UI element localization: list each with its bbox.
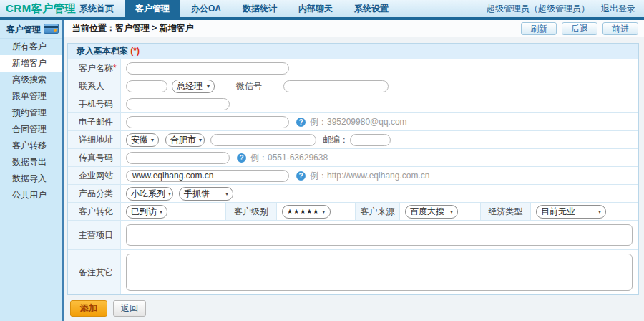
fax-input[interactable] xyxy=(126,152,230,164)
form-row-mobile: 手机号码 xyxy=(68,95,638,113)
nav-item-settings[interactable]: 系统设置 xyxy=(343,0,399,17)
sidebar-item-export[interactable]: 数据导出 xyxy=(0,154,62,171)
form-row-email: 电子邮件 ? 例：395209980@qq.com xyxy=(68,113,638,131)
sidebar-item-public-users[interactable]: 公共用户 xyxy=(0,187,62,203)
form-row-website: 企业网站 ? 例：http://www.eqihang.com.cn xyxy=(68,167,638,185)
breadcrumb: 当前位置：客户管理 > 新增客户 xyxy=(69,22,194,34)
sidebar-title: 客户管理 xyxy=(0,20,62,39)
help-icon: ? xyxy=(237,153,246,163)
province-select[interactable]: 安徽▾ xyxy=(126,133,159,147)
sidebar-item-all-customers[interactable]: 所有客户 xyxy=(0,39,62,55)
chevron-down-icon: ▾ xyxy=(225,191,228,197)
form-section-header: 录入基本档案 (*) xyxy=(68,44,638,59)
forward-button[interactable]: 前进 xyxy=(602,22,638,35)
chevron-down-icon: ▾ xyxy=(160,209,162,215)
help-icon: ? xyxy=(296,118,306,127)
nav-item-home[interactable]: 系统首页 xyxy=(69,0,125,17)
sidebar-item-transfer[interactable]: 客户转移 xyxy=(0,138,62,154)
email-input[interactable] xyxy=(126,116,289,128)
section-required-mark: (*) xyxy=(130,46,140,56)
nav-item-stats[interactable]: 数据统计 xyxy=(232,0,288,17)
chevron-down-icon: ▾ xyxy=(207,83,210,90)
product-item-select[interactable]: 手抓饼▾ xyxy=(179,187,233,201)
chevron-down-icon: ▾ xyxy=(199,137,202,143)
mobile-input[interactable] xyxy=(126,98,230,110)
form-row-remark: 备注其它 xyxy=(68,250,638,294)
economy-select[interactable]: 目前无业▾ xyxy=(536,205,606,219)
zip-label: 邮编： xyxy=(323,134,348,146)
main-business-label: 主营项目 xyxy=(68,221,121,249)
nav-item-oa[interactable]: 办公OA xyxy=(180,0,232,17)
return-button[interactable]: 返回 xyxy=(113,300,146,317)
city-select[interactable]: 合肥市▾ xyxy=(165,133,205,147)
form-row-customer-name: 客户名称* xyxy=(68,59,638,77)
sidebar-item-appointments[interactable]: 预约管理 xyxy=(0,105,62,121)
economy-label: 经济类型 xyxy=(480,203,531,220)
topbar: CRM客户管理 系统首页 客户管理 办公OA 数据统计 内部聊天 系统设置 超级… xyxy=(0,0,644,17)
sidebar-item-import[interactable]: 数据导入 xyxy=(0,171,62,187)
top-nav: 系统首页 客户管理 办公OA 数据统计 内部聊天 系统设置 xyxy=(69,0,399,17)
refresh-button[interactable]: 刷新 xyxy=(521,22,557,35)
email-label: 电子邮件 xyxy=(68,113,121,130)
chevron-down-icon: ▾ xyxy=(322,209,326,215)
credit-card-icon xyxy=(44,24,59,34)
source-label: 客户来源 xyxy=(355,203,400,220)
breadcrumb-bar: 当前位置：客户管理 > 新增客户 刷新 后退 前进 xyxy=(64,20,644,37)
chevron-down-icon: ▾ xyxy=(598,209,601,215)
form-row-main-business: 主营项目 xyxy=(68,221,638,250)
product-category-select[interactable]: 小吃系列▾ xyxy=(126,187,173,201)
sidebar-item-advanced-search[interactable]: 高级搜索 xyxy=(0,72,62,88)
source-select[interactable]: 百度大搜▾ xyxy=(405,205,458,219)
form-row-address: 详细地址 安徽▾ 合肥市▾ 邮编： xyxy=(68,131,638,149)
fax-label: 传真号码 xyxy=(68,149,121,166)
main-area: 当前位置：客户管理 > 新增客户 刷新 后退 前进 录入基本档案 (*) xyxy=(64,20,644,321)
sidebar: 客户管理 所有客户 新增客户 高级搜索 跟单管理 预约管理 合同管理 客户转移 … xyxy=(0,20,64,321)
convert-select[interactable]: 已到访▾ xyxy=(126,205,167,219)
form-row-classification: 客户转化 已到访▾ 客户级别 ★★★★★▾ 客户来源 xyxy=(68,203,638,221)
contact-name-input[interactable] xyxy=(126,80,167,92)
current-user-label: 超级管理员（超级管理员） xyxy=(487,3,590,15)
level-label: 客户级别 xyxy=(225,203,277,220)
form-row-contact: 联系人 总经理▾ 微信号 xyxy=(68,77,638,95)
help-icon: ? xyxy=(296,171,306,181)
level-select[interactable]: ★★★★★▾ xyxy=(282,205,331,219)
back-button[interactable]: 后退 xyxy=(562,22,597,35)
contact-label: 联系人 xyxy=(68,77,121,95)
fax-hint: 例：0551-63629638 xyxy=(250,152,328,164)
new-customer-form: 录入基本档案 (*) 客户名称* 联系人 xyxy=(67,43,639,295)
form-row-product: 产品分类 小吃系列▾ 手抓饼▾ xyxy=(68,185,638,203)
chevron-down-icon: ▾ xyxy=(151,137,154,143)
street-input[interactable] xyxy=(210,134,316,146)
chevron-down-icon: ▾ xyxy=(168,191,171,197)
sidebar-item-contracts[interactable]: 合同管理 xyxy=(0,121,62,138)
add-button[interactable]: 添加 xyxy=(70,300,107,317)
main-business-textarea[interactable] xyxy=(126,224,633,246)
remark-textarea[interactable] xyxy=(126,254,633,291)
address-label: 详细地址 xyxy=(68,131,121,148)
form-actions: 添加 返回 xyxy=(67,295,639,317)
convert-label: 客户转化 xyxy=(68,203,121,220)
zip-input[interactable] xyxy=(350,134,391,146)
email-hint: 例：395209980@qq.com xyxy=(310,116,407,128)
history-buttons: 刷新 后退 前进 xyxy=(521,22,638,35)
topbar-user-area: 超级管理员（超级管理员） 退出登录 xyxy=(487,3,644,15)
crm-logo: CRM客户管理 xyxy=(0,2,69,16)
website-label: 企业网站 xyxy=(68,167,121,184)
form-row-fax: 传真号码 ? 例：0551-63629638 xyxy=(68,149,638,167)
nav-item-chat[interactable]: 内部聊天 xyxy=(288,0,343,17)
customer-name-input[interactable] xyxy=(126,62,289,75)
wechat-input[interactable] xyxy=(283,80,389,92)
contact-title-select[interactable]: 总经理▾ xyxy=(172,80,215,93)
chevron-down-icon: ▾ xyxy=(450,209,453,215)
sidebar-item-new-customer[interactable]: 新增客户 xyxy=(0,55,62,72)
remark-label: 备注其它 xyxy=(68,250,121,294)
sidebar-item-followup[interactable]: 跟单管理 xyxy=(0,88,62,105)
product-label: 产品分类 xyxy=(68,185,121,202)
customer-name-label: 客户名称* xyxy=(68,59,121,77)
content-area: 录入基本档案 (*) 客户名称* 联系人 xyxy=(64,37,644,321)
website-hint: 例：http://www.eqihang.com.cn xyxy=(310,170,429,182)
mobile-label: 手机号码 xyxy=(68,95,121,112)
nav-item-customers[interactable]: 客户管理 xyxy=(125,0,180,17)
website-input[interactable] xyxy=(126,170,289,182)
logout-link[interactable]: 退出登录 xyxy=(601,3,635,15)
